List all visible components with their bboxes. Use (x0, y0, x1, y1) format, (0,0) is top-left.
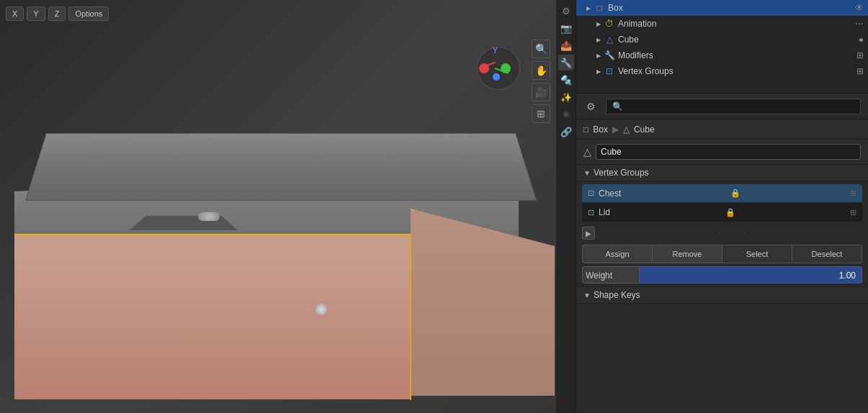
box-lid-top (25, 133, 537, 201)
weight-row: Weight 1.00 (582, 266, 862, 283)
expand-arrow-box: ▶ (586, 5, 591, 12)
outliner-box-label: Box (608, 3, 623, 13)
options-btn[interactable]: Options (68, 6, 109, 21)
outliner-item-animation[interactable]: ▶ ⏱ Animation ⋯ (576, 16, 868, 32)
3d-box (14, 130, 555, 403)
weight-value[interactable]: 1.00 (640, 266, 862, 283)
vg-chest-lock-icon[interactable]: 🔒 (730, 189, 741, 198)
obj-type-icon: △ (583, 146, 591, 158)
right-panel: ⚙ 📷 📤 🔧 🔩 ✨ ⚛ 🔗 ▶ □ Box 👁 ▶ ⏱ Animation … (556, 0, 868, 413)
outliner-item-box[interactable]: ▶ □ Box 👁 (576, 0, 868, 16)
view-tool-btn[interactable]: ⊞ (532, 104, 550, 123)
visibility-icon-box[interactable]: 👁 (855, 3, 864, 13)
outliner-vg-label: Vertex Groups (618, 66, 674, 76)
render-icon[interactable]: 📷 (558, 20, 574, 36)
properties-scroll-area: △ ▼ Vertex Groups ⊡ Chest 🔒 ⊞ (576, 140, 868, 413)
box-breadcrumb-icon: □ (583, 124, 589, 135)
outliner-animation-label: Animation (618, 19, 656, 29)
outliner-item-modifiers[interactable]: ▶ 🔧 Modifiers ⊞ (576, 47, 868, 63)
object-data-icon[interactable]: 🔧 (558, 55, 574, 71)
box-handle-top (198, 212, 220, 221)
box-edge-horizontal (14, 235, 411, 236)
vg-section-label: Vertex Groups (594, 168, 649, 178)
zoom-tool-btn[interactable]: 🔍 (532, 40, 550, 58)
assign-button[interactable]: Assign (582, 245, 653, 263)
gizmo-y-label: Y (493, 47, 498, 55)
vg-bottom-controls: ▶ · · · · · (576, 224, 868, 242)
vg-extra-icon: ⊞ (856, 66, 864, 76)
breadcrumb-cube: Cube (634, 124, 655, 135)
output-icon[interactable]: 📤 (558, 37, 574, 53)
camera-tool-btn[interactable]: 🎥 (532, 83, 550, 101)
expand-arrow-vg: ▶ (596, 68, 601, 75)
viewport-side-tools: 🔍 ✋ 🎥 ⊞ (532, 40, 550, 123)
vertex-groups-list: ⊡ Chest 🔒 ⊞ ⊡ Lid 🔒 ⊞ (582, 184, 862, 222)
vg-action-buttons: Assign Remove Select Deselect (582, 245, 862, 263)
expand-arrow-modifiers: ▶ (596, 53, 601, 59)
y-axis-btn[interactable]: Y (27, 6, 45, 21)
cube-mesh-icon: △ (604, 34, 615, 45)
vg-play-btn[interactable]: ▶ (582, 227, 595, 240)
viewport-3d[interactable]: X Y Z Options Y 🔍 ✋ 🎥 ⊞ (0, 0, 556, 413)
vg-lid-label: Lid (599, 207, 610, 217)
outliner-panel: ▶ □ Box 👁 ▶ ⏱ Animation ⋯ ▶ △ Cube ● ▶ (576, 0, 868, 94)
scene-icon[interactable]: ⚙ (558, 3, 574, 19)
vertex-groups-section-header[interactable]: ▼ Vertex Groups (576, 165, 868, 181)
outliner-item-cube[interactable]: ▶ △ Cube ● (576, 32, 868, 47)
constraints-icon[interactable]: 🔗 (558, 124, 574, 140)
vg-item-lid[interactable]: ⊡ Lid 🔒 ⊞ (582, 203, 862, 222)
box-mesh-icon: □ (594, 2, 605, 14)
vg-chest-extra-icon[interactable]: ⊞ (850, 189, 856, 198)
vg-section-arrow: ▼ (583, 169, 591, 177)
cube-extra-icon: ● (859, 35, 864, 45)
modifier-icon[interactable]: 🔩 (558, 72, 574, 88)
box-front-face (14, 234, 411, 399)
viewport-gizmo: Y (473, 43, 524, 94)
vg-item-chest[interactable]: ⊡ Chest 🔒 ⊞ (582, 184, 862, 203)
box-handle-dot (316, 304, 327, 315)
weight-label: Weight (582, 266, 640, 283)
anim-extra-icon: ⋯ (855, 19, 864, 29)
expand-arrow-cube: ▶ (596, 37, 601, 43)
properties-area: ⚙ □ Box ▶ △ Cube △ ▼ Vertex (576, 94, 868, 413)
props-icons-bar: ⚙ (576, 94, 868, 119)
vg-icon: ⊡ (604, 65, 615, 77)
outliner-cube-label: Cube (618, 35, 639, 45)
select-button[interactable]: Select (722, 245, 792, 263)
sk-section-label: Shape Keys (594, 290, 640, 300)
vg-drag-handle: · · · · · (595, 230, 862, 237)
viewport-toolbar: X Y Z Options (0, 4, 556, 24)
props-settings-icon[interactable]: ⚙ (581, 96, 601, 117)
outliner-modifiers-label: Modifiers (618, 50, 653, 60)
modifiers-icon: 🔧 (604, 50, 615, 61)
props-search-input[interactable] (606, 99, 861, 114)
box-edge-vertical (410, 235, 411, 400)
remove-button[interactable]: Remove (653, 245, 722, 263)
breadcrumb-separator: ▶ (612, 124, 619, 135)
object-name-bar: △ (576, 140, 868, 165)
x-axis-btn[interactable]: X (6, 6, 24, 21)
vg-lid-extra-icon[interactable]: ⊞ (850, 208, 856, 217)
lid-groove (130, 216, 238, 230)
deselect-button[interactable]: Deselect (792, 245, 862, 263)
box-side-face (411, 209, 555, 396)
cube-breadcrumb-icon: △ (623, 124, 630, 135)
sk-section-arrow: ▼ (583, 291, 591, 299)
breadcrumb: □ Box ▶ △ Cube (576, 119, 868, 140)
expand-arrow-animation: ▶ (596, 21, 601, 27)
properties-side-icons: ⚙ 📷 📤 🔧 🔩 ✨ ⚛ 🔗 (556, 0, 576, 413)
modifiers-extra-icon: ⊞ (856, 50, 864, 60)
physics-icon[interactable]: ⚛ (558, 106, 574, 122)
object-name-input[interactable] (596, 144, 861, 160)
z-axis-btn[interactable]: Z (48, 6, 66, 21)
shape-keys-section-header[interactable]: ▼ Shape Keys (576, 286, 868, 304)
gizmo-y-dot (493, 73, 500, 81)
properties-panel: ▶ □ Box 👁 ▶ ⏱ Animation ⋯ ▶ △ Cube ● ▶ (576, 0, 868, 413)
vg-lid-lock-icon[interactable]: 🔒 (725, 208, 735, 217)
outliner-item-vertex-groups[interactable]: ▶ ⊡ Vertex Groups ⊞ (576, 63, 868, 79)
vg-chest-label: Chest (599, 189, 621, 199)
vg-chest-icon: ⊡ (588, 189, 594, 198)
pan-tool-btn[interactable]: ✋ (532, 61, 550, 80)
animation-icon: ⏱ (604, 18, 615, 30)
particles-icon[interactable]: ✨ (558, 89, 574, 105)
